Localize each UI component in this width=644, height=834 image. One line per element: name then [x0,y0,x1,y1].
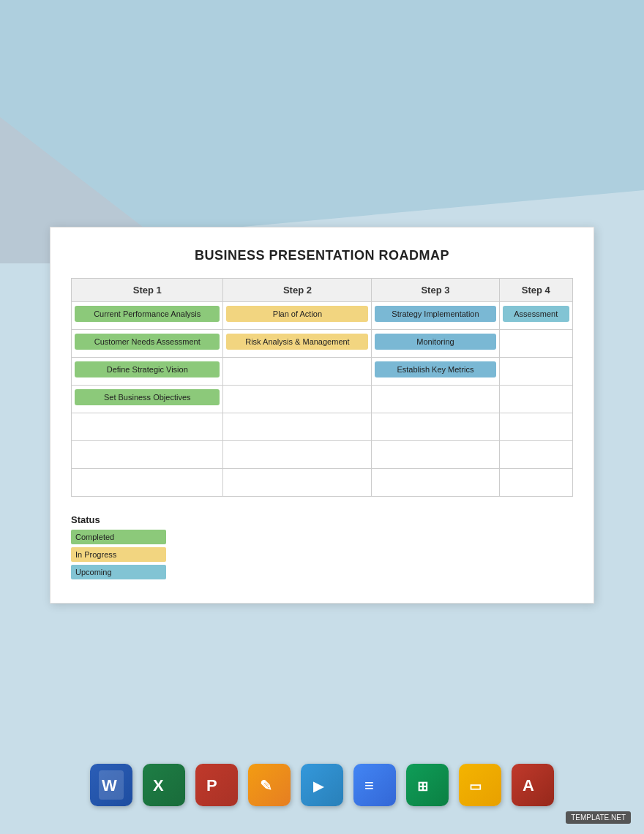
col-header-step3: Step 3 [372,279,499,302]
cell-r5-c1 [223,441,372,469]
cell-r2-c3 [499,358,573,386]
cell-r0-c1: Plan of Action [223,302,372,330]
table-row [72,441,573,469]
legend-section: Status CompletedIn ProgressUpcoming [71,514,573,579]
task-badge: Strategy Implementation [375,306,495,322]
cell-r5-c3 [499,441,573,469]
task-badge: Risk Analysis & Management [226,334,368,350]
table-row: Current Performance AnalysisPlan of Acti… [72,302,573,330]
app-icon-microsoft-word[interactable]: W [90,764,132,806]
legend-item: In Progress [71,547,573,562]
task-badge: Assessment [503,306,570,322]
app-icon-microsoft-excel[interactable]: X [143,764,185,806]
table-row: Set Business Objectives [72,386,573,413]
cell-r6-c1 [223,469,372,497]
cell-r0-c3: Assessment [499,302,573,330]
task-badge: Establish Key Metrics [375,361,495,377]
task-badge: Current Performance Analysis [75,306,220,322]
document-card: BUSINESS PRESENTATION ROADMAP Step 1 Ste… [50,227,594,604]
cell-r6-c3 [499,469,573,497]
cell-r3-c0: Set Business Objectives [72,386,223,413]
svg-text:W: W [102,776,117,794]
col-header-step2: Step 2 [223,279,372,302]
roadmap-table: Step 1 Step 2 Step 3 Step 4 Current Perf… [71,278,573,497]
cell-r1-c1: Risk Analysis & Management [223,330,372,358]
legend-item: Completed [71,530,573,544]
table-row: Customer Needs AssessmentRisk Analysis &… [72,330,573,358]
cell-r5-c2 [372,441,499,469]
task-badge: Plan of Action [226,306,368,322]
svg-text:≡: ≡ [364,776,374,794]
cell-r2-c0: Define Strategic Vision [72,358,223,386]
template-watermark: TEMPLATE.NET [566,811,631,824]
legend-color-box: Upcoming [71,565,166,579]
col-header-step4: Step 4 [499,279,573,302]
document-title: BUSINESS PRESENTATION ROADMAP [71,248,573,263]
svg-text:✎: ✎ [260,778,272,794]
table-row: Define Strategic VisionEstablish Key Met… [72,358,573,386]
cell-r2-c1 [223,358,372,386]
app-icon-microsoft-powerpoint[interactable]: P [195,764,238,806]
cell-r5-c0 [72,441,223,469]
cell-r1-c0: Customer Needs Assessment [72,330,223,358]
table-row [72,469,573,497]
app-icon-adobe-pdf[interactable]: A [512,764,554,806]
cell-r1-c3 [499,330,573,358]
cell-r4-c3 [499,413,573,441]
app-icon-google-sheets[interactable]: ⊞ [406,764,449,806]
app-icon-google-docs[interactable]: ≡ [353,764,396,806]
task-badge: Define Strategic Vision [75,361,220,377]
legend-item: Upcoming [71,565,573,579]
cell-r6-c2 [372,469,499,497]
app-icon-apple-pages[interactable]: ✎ [248,764,291,806]
cell-r4-c1 [223,413,372,441]
svg-text:▭: ▭ [469,779,482,794]
svg-text:P: P [206,776,217,794]
cell-r1-c2: Monitoring [372,330,499,358]
cell-r2-c2: Establish Key Metrics [372,358,499,386]
svg-text:A: A [523,776,534,794]
table-row [72,413,573,441]
task-badge: Customer Needs Assessment [75,334,220,350]
svg-text:X: X [153,776,164,794]
svg-text:▶: ▶ [313,779,325,794]
app-icon-apple-keynote[interactable]: ▶ [301,764,343,806]
task-badge: Monitoring [375,334,495,350]
app-icons-bar: WXP✎▶≡⊞▭A [90,764,554,806]
legend-color-box: In Progress [71,547,166,562]
cell-r4-c2 [372,413,499,441]
cell-r0-c0: Current Performance Analysis [72,302,223,330]
cell-r3-c2 [372,386,499,413]
cell-r6-c0 [72,469,223,497]
app-icon-google-slides[interactable]: ▭ [459,764,501,806]
legend-color-box: Completed [71,530,166,544]
cell-r4-c0 [72,413,223,441]
table-header-row: Step 1 Step 2 Step 3 Step 4 [72,279,573,302]
col-header-step1: Step 1 [72,279,223,302]
legend-items: CompletedIn ProgressUpcoming [71,530,573,579]
cell-r0-c2: Strategy Implementation [372,302,499,330]
cell-r3-c1 [223,386,372,413]
svg-text:⊞: ⊞ [417,779,428,794]
cell-r3-c3 [499,386,573,413]
task-badge: Set Business Objectives [75,389,220,405]
legend-title: Status [71,514,573,525]
